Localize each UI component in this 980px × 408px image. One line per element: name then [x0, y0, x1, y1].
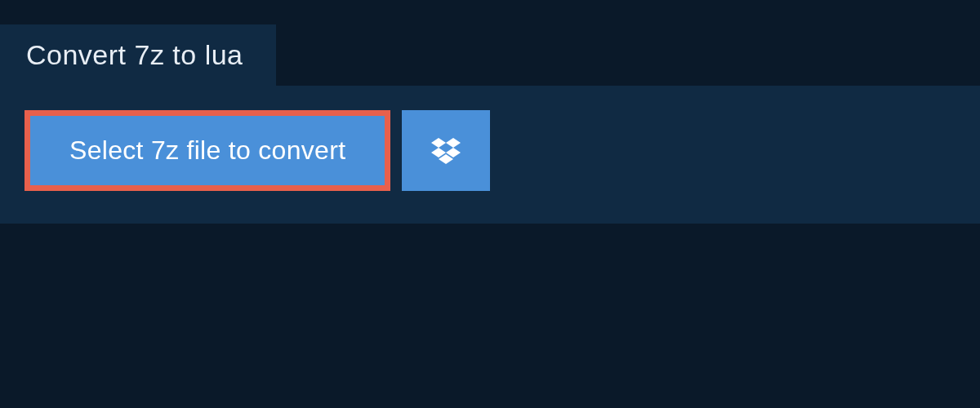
- tab-convert[interactable]: Convert 7z to lua: [0, 24, 276, 86]
- tab-strip: Convert 7z to lua: [0, 0, 980, 86]
- tab-label: Convert 7z to lua: [26, 39, 243, 70]
- action-row: Select 7z file to convert: [24, 110, 956, 191]
- dropbox-button[interactable]: [402, 110, 490, 191]
- select-file-button[interactable]: Select 7z file to convert: [24, 110, 390, 191]
- select-file-label: Select 7z file to convert: [69, 135, 345, 166]
- converter-panel: Select 7z file to convert: [0, 86, 980, 224]
- dropbox-icon: [431, 138, 461, 164]
